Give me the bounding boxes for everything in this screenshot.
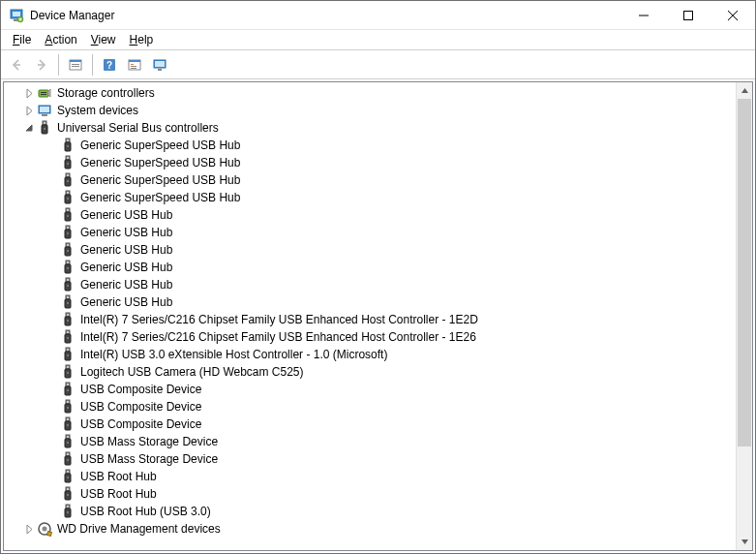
properties-box-button[interactable]	[123, 53, 146, 77]
scroll-up-button[interactable]	[737, 82, 752, 99]
properties-button[interactable]	[64, 53, 87, 77]
svg-rect-54	[67, 244, 69, 246]
tree-device[interactable]: USB Composite Device	[4, 398, 736, 416]
tree-device-label: USB Root Hub	[79, 485, 157, 503]
back-button[interactable]	[5, 53, 28, 77]
tree-category-label: WD Drive Management devices	[56, 520, 221, 538]
svg-point-80	[67, 354, 69, 356]
svg-rect-102	[67, 453, 69, 455]
svg-rect-12	[129, 60, 140, 62]
tree-device[interactable]: USB Composite Device	[4, 416, 736, 433]
tree-category[interactable]: Storage controllers	[4, 84, 736, 102]
svg-rect-6	[70, 60, 81, 62]
tree-device[interactable]: USB Root Hub	[4, 485, 736, 503]
vertical-scrollbar[interactable]	[736, 82, 752, 550]
tree-device-label: Generic SuperSpeed USB Hub	[79, 137, 240, 154]
tree-device[interactable]: Generic SuperSpeed USB Hub	[4, 137, 736, 154]
svg-rect-46	[67, 209, 69, 211]
usb-icon	[60, 329, 76, 345]
usb-icon	[60, 242, 76, 258]
tree-device-label: Generic USB Hub	[79, 276, 172, 293]
svg-point-88	[67, 389, 69, 391]
tree-device[interactable]: USB Root Hub	[4, 468, 736, 485]
svg-point-28	[44, 128, 45, 130]
forward-button[interactable]	[30, 53, 53, 77]
svg-point-68	[67, 302, 69, 304]
tree-device[interactable]: Intel(R) 7 Series/C216 Chipset Family US…	[4, 311, 736, 328]
usb-icon	[60, 294, 76, 310]
menu-action[interactable]: Action	[39, 32, 82, 47]
tree-device-label: USB Mass Storage Device	[79, 433, 218, 450]
expander-icon[interactable]	[21, 120, 37, 136]
tree-device[interactable]: Generic USB Hub	[4, 224, 736, 241]
toolbar-separator	[58, 54, 59, 76]
usb-icon	[37, 120, 52, 136]
svg-point-56	[67, 250, 69, 252]
svg-rect-119	[47, 532, 52, 537]
system-devices-icon	[37, 103, 52, 118]
toolbar: ?	[1, 50, 755, 79]
usb-icon	[60, 451, 76, 467]
tree-device[interactable]: Generic USB Hub	[4, 241, 736, 259]
tree-device[interactable]: USB Mass Storage Device	[4, 450, 736, 468]
svg-point-48	[67, 215, 69, 217]
tree-device-label: USB Composite Device	[79, 381, 201, 398]
minimize-button[interactable]	[621, 1, 666, 29]
svg-rect-18	[158, 69, 162, 71]
tree-device[interactable]: Generic USB Hub	[4, 259, 736, 276]
help-button[interactable]: ?	[98, 53, 121, 77]
tree-device[interactable]: Generic USB Hub	[4, 276, 736, 293]
tree-device[interactable]: USB Mass Storage Device	[4, 433, 736, 450]
device-tree[interactable]: Storage controllersSystem devicesUnivers…	[4, 82, 736, 550]
tree-device[interactable]: USB Composite Device	[4, 381, 736, 398]
scroll-track[interactable]	[737, 99, 752, 534]
svg-point-52	[67, 232, 69, 234]
svg-point-76	[67, 337, 69, 339]
menu-help[interactable]: Help	[124, 32, 160, 47]
close-button[interactable]	[711, 1, 755, 29]
tree-device[interactable]: Generic SuperSpeed USB Hub	[4, 189, 736, 206]
tree-device[interactable]: USB Root Hub (USB 3.0)	[4, 503, 736, 520]
usb-icon	[60, 416, 76, 432]
svg-rect-38	[67, 174, 69, 176]
wd-icon	[37, 521, 52, 537]
svg-point-64	[67, 285, 69, 287]
monitor-button[interactable]	[148, 53, 171, 77]
tree-device-label: Generic USB Hub	[79, 224, 172, 241]
maximize-button[interactable]	[666, 1, 711, 29]
tree-category-label: System devices	[56, 102, 138, 119]
expander-icon[interactable]	[21, 103, 37, 118]
tree-device[interactable]: Logitech USB Camera (HD Webcam C525)	[4, 363, 736, 381]
tree-device[interactable]: Intel(R) USB 3.0 eXtensible Host Control…	[4, 346, 736, 363]
scroll-down-button[interactable]	[737, 534, 752, 550]
svg-rect-34	[67, 157, 69, 159]
tree-device-label: USB Root Hub (USB 3.0)	[79, 503, 211, 520]
tree-device[interactable]: Generic SuperSpeed USB Hub	[4, 154, 736, 171]
usb-icon	[60, 469, 76, 484]
tree-device[interactable]: Intel(R) 7 Series/C216 Chipset Family US…	[4, 328, 736, 346]
svg-rect-98	[67, 436, 69, 438]
usb-icon	[60, 504, 76, 519]
svg-rect-62	[67, 279, 69, 281]
tree-category[interactable]: WD Drive Management devices	[4, 520, 736, 538]
tree-device-label: Generic USB Hub	[79, 293, 172, 311]
tree-device[interactable]: Generic USB Hub	[4, 206, 736, 224]
tree-device[interactable]: Generic USB Hub	[4, 293, 736, 311]
svg-rect-23	[40, 107, 49, 112]
svg-rect-58	[67, 262, 69, 263]
menu-view[interactable]: View	[85, 32, 122, 47]
tree-category[interactable]: System devices	[4, 102, 736, 119]
window-title: Device Manager	[30, 9, 621, 22]
expander-icon[interactable]	[21, 85, 37, 101]
scroll-thumb[interactable]	[738, 99, 751, 446]
tree-device[interactable]: Generic SuperSpeed USB Hub	[4, 171, 736, 189]
tree-device-label: Generic SuperSpeed USB Hub	[79, 171, 240, 189]
tree-device-label: Generic USB Hub	[79, 259, 172, 276]
usb-icon	[60, 347, 76, 362]
toolbar-separator	[92, 54, 93, 76]
menu-file[interactable]: File	[7, 32, 37, 47]
svg-point-104	[67, 459, 69, 461]
tree-category[interactable]: Universal Serial Bus controllers	[4, 119, 736, 137]
svg-rect-7	[72, 64, 79, 65]
expander-icon[interactable]	[21, 521, 37, 537]
